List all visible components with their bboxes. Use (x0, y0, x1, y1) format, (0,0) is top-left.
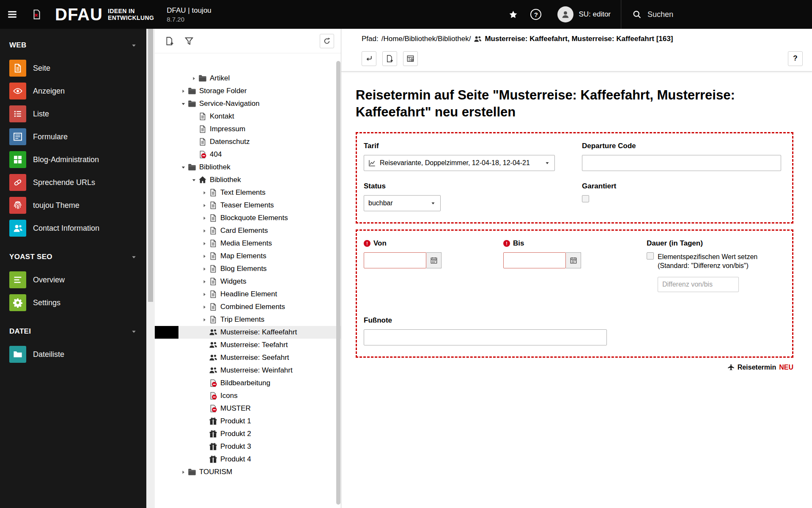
tree-item-muster[interactable]: MUSTER (155, 402, 341, 415)
von-input[interactable] (364, 252, 426, 268)
tree-item-bibliothek[interactable]: Bibliothek (155, 161, 341, 174)
tree-item-musterreise-weinfahrt[interactable]: Musterreise: Weinfahrt (155, 364, 341, 377)
tree-item-kontakt[interactable]: Kontakt (155, 110, 341, 123)
bookmark-button[interactable] (502, 0, 524, 29)
tree-scrollbar[interactable] (336, 61, 340, 505)
chevron-right-icon[interactable] (200, 266, 209, 272)
dauer-input[interactable] (658, 277, 739, 292)
sidebar-scrollbar[interactable] (146, 29, 155, 508)
tarif-select[interactable]: Reisevariante, Doppelzimmer, 12-04-18, 1… (364, 155, 555, 171)
tree-item-produkt-4[interactable]: Produkt 4 (155, 453, 341, 466)
scrollbar-thumb[interactable] (336, 61, 340, 505)
tree-item-artikel[interactable]: Artikel (155, 72, 341, 85)
tree-item-musterreise-kaffeefahrt[interactable]: Musterreise: Kaffeefahrt (155, 326, 341, 339)
tree-item-headline-element[interactable]: Headline Element (155, 288, 341, 301)
sidebar-section-header-yoast-seo[interactable]: YOAST SEO (0, 246, 146, 268)
tree-item-trip-elements[interactable]: Trip Elements (155, 313, 341, 326)
sidebar-item-formulare[interactable]: Formulare (0, 125, 146, 148)
sidebar-item-liste[interactable]: Liste (0, 102, 146, 125)
sidebar-item-dateiliste[interactable]: Dateiliste (0, 343, 146, 366)
tree-item-combined-elements[interactable]: Combined Elements (155, 301, 341, 313)
chevron-down-icon[interactable] (178, 165, 188, 170)
menu-toggle-button[interactable] (0, 0, 25, 29)
chevron-right-icon[interactable] (200, 292, 209, 297)
tree-item-musterreise-teefahrt[interactable]: Musterreise: Teefahrt (155, 339, 341, 351)
chevron-right-icon[interactable] (200, 279, 209, 284)
von-calendar-button[interactable] (426, 252, 442, 268)
tree-item-bibliothek[interactable]: Bibliothek (155, 174, 341, 186)
chevron-down-icon[interactable] (178, 101, 188, 107)
sidebar-item-seite[interactable]: Seite (0, 57, 146, 80)
tree-item-label: Widgets (220, 277, 246, 286)
tree-item-storage-folder[interactable]: Storage Folder (155, 85, 341, 97)
tree-item-label: Produkt 1 (220, 417, 251, 425)
tree-item-icons[interactable]: Icons (155, 389, 341, 402)
chevron-right-icon[interactable] (178, 469, 188, 475)
sidebar-item-toujou-theme[interactable]: toujou Theme (0, 194, 146, 217)
tree-item-404[interactable]: 404 (155, 148, 341, 161)
new-page-button[interactable] (163, 35, 176, 47)
chevron-right-icon[interactable] (200, 203, 209, 208)
sidebar-item-sprechende-urls[interactable]: Sprechende URLs (0, 171, 146, 194)
chevron-right-icon[interactable] (200, 254, 209, 259)
dauer-override-checkbox[interactable] (647, 252, 654, 260)
tree-item-teaser-elements[interactable]: Teaser Elements (155, 199, 341, 212)
global-search[interactable]: Suchen (621, 0, 812, 29)
filter-button[interactable] (183, 35, 195, 47)
departure-code-input[interactable] (582, 155, 781, 171)
status-select[interactable]: buchbar (364, 195, 441, 211)
new-record-button[interactable] (382, 51, 397, 66)
chevron-right-icon[interactable] (189, 76, 198, 81)
sidebar-section-header-web[interactable]: WEB (0, 34, 146, 57)
chevron-right-icon[interactable] (178, 88, 188, 94)
return-arrow-icon (365, 55, 373, 63)
tree-item-produkt-2[interactable]: Produkt 2 (155, 428, 341, 440)
chevron-right-icon[interactable] (200, 304, 209, 310)
sidebar-item-blog-administration[interactable]: Blog-Administration (0, 148, 146, 171)
tree-item-label: Card Elements (220, 226, 268, 235)
tree-item-text-elements[interactable]: Text Elements (155, 186, 341, 199)
bis-calendar-button[interactable] (566, 252, 581, 268)
sidebar-item-overview[interactable]: Overview (0, 268, 146, 291)
sidebar-section-header-datei[interactable]: DATEI (0, 320, 146, 343)
sidebar-section-datei: DATEIDateiliste (0, 320, 146, 366)
record-list-button[interactable] (403, 51, 418, 66)
close-button[interactable] (362, 51, 376, 66)
scrollbar-thumb[interactable] (148, 29, 153, 302)
chevron-right-icon[interactable] (200, 215, 209, 221)
tree-item-bildbearbeitung[interactable]: Bildbearbeitung (155, 377, 341, 389)
sidebar-item-settings[interactable]: Settings (0, 291, 146, 314)
sidebar-item-label: toujou Theme (33, 201, 80, 210)
garantiert-checkbox[interactable] (582, 195, 589, 202)
tree-item-produkt-1[interactable]: Produkt 1 (155, 415, 341, 428)
tree-item-produkt-3[interactable]: Produkt 3 (155, 440, 341, 453)
tree-item-blockquote-elements[interactable]: Blockquote Elements (155, 212, 341, 224)
tree-item-label: Produkt 2 (220, 430, 251, 438)
chevron-right-icon[interactable] (200, 228, 209, 234)
refresh-tree-button[interactable] (320, 34, 334, 48)
chevron-right-icon[interactable] (200, 190, 209, 196)
doc-close-button[interactable] (25, 0, 49, 29)
tree-item-datenschutz[interactable]: Datenschutz (155, 135, 341, 148)
tree-item-card-elements[interactable]: Card Elements (155, 224, 341, 237)
tree-item-impressum[interactable]: Impressum (155, 123, 341, 135)
tree-item-blog-elements[interactable]: Blog Elements (155, 262, 341, 275)
tree-item-tourism[interactable]: TOURISM (155, 466, 341, 478)
path-label: Pfad: (362, 35, 379, 43)
breadcrumb: Pfad: /Home/Bibliothek/Bibliothek/ Muste… (362, 29, 804, 49)
help-button[interactable] (524, 0, 547, 29)
tree-item-map-elements[interactable]: Map Elements (155, 250, 341, 262)
chevron-right-icon[interactable] (200, 317, 209, 323)
bis-input[interactable] (503, 252, 566, 268)
docheader-help-button[interactable] (788, 51, 803, 66)
tree-item-widgets[interactable]: Widgets (155, 275, 341, 288)
tree-item-service-navigation[interactable]: Service-Navigation (155, 97, 341, 110)
chevron-right-icon[interactable] (200, 241, 209, 246)
tree-item-media-elements[interactable]: Media Elements (155, 237, 341, 250)
chevron-down-icon[interactable] (189, 177, 198, 183)
sidebar-item-contact-information[interactable]: Contact Information (0, 217, 146, 240)
sidebar-item-anzeigen[interactable]: Anzeigen (0, 80, 146, 102)
tree-item-musterreise-seefahrt[interactable]: Musterreise: Seefahrt (155, 351, 341, 364)
fussnote-input[interactable] (364, 329, 607, 345)
user-menu[interactable]: SU: editor (547, 0, 621, 29)
